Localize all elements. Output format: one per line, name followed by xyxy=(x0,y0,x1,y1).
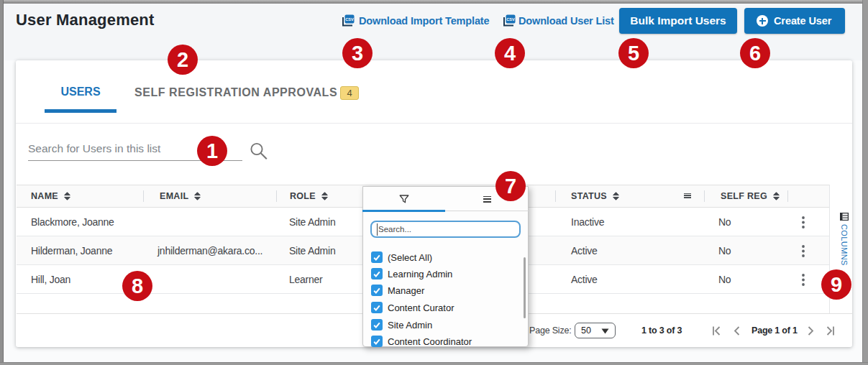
svg-text:CSV: CSV xyxy=(345,17,354,22)
svg-text:CSV: CSV xyxy=(506,17,515,22)
